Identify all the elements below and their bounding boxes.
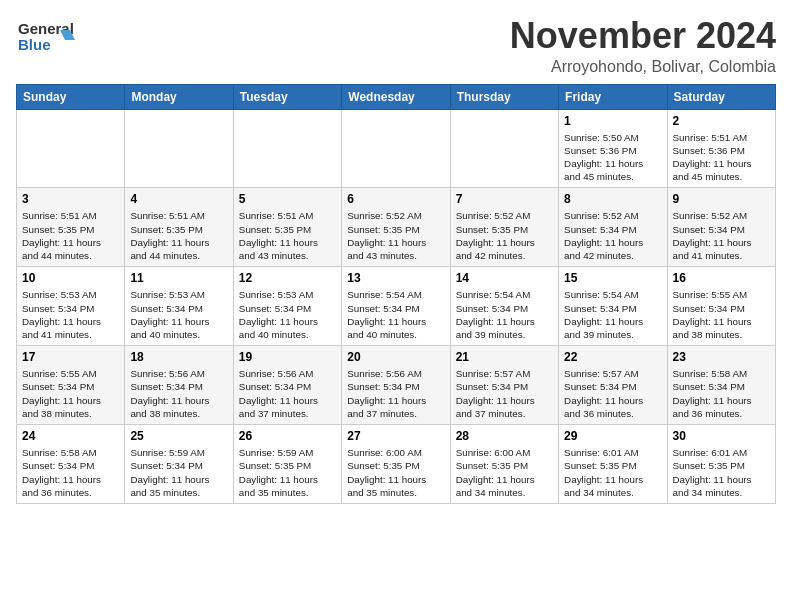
day-info: Sunrise: 5:54 AMSunset: 5:34 PMDaylight:… — [456, 288, 553, 341]
calendar-table: SundayMondayTuesdayWednesdayThursdayFrid… — [16, 84, 776, 504]
day-number: 29 — [564, 429, 661, 443]
day-info: Sunrise: 5:52 AMSunset: 5:34 PMDaylight:… — [673, 209, 770, 262]
day-info: Sunrise: 5:52 AMSunset: 5:35 PMDaylight:… — [347, 209, 444, 262]
weekday-header-friday: Friday — [559, 84, 667, 109]
calendar-cell: 18Sunrise: 5:56 AMSunset: 5:34 PMDayligh… — [125, 346, 233, 425]
calendar-cell: 26Sunrise: 5:59 AMSunset: 5:35 PMDayligh… — [233, 425, 341, 504]
day-number: 23 — [673, 350, 770, 364]
day-info: Sunrise: 5:51 AMSunset: 5:35 PMDaylight:… — [239, 209, 336, 262]
calendar-cell: 17Sunrise: 5:55 AMSunset: 5:34 PMDayligh… — [17, 346, 125, 425]
day-number: 16 — [673, 271, 770, 285]
logo: General Blue — [16, 16, 76, 64]
day-number: 4 — [130, 192, 227, 206]
day-info: Sunrise: 5:55 AMSunset: 5:34 PMDaylight:… — [673, 288, 770, 341]
day-info: Sunrise: 5:59 AMSunset: 5:35 PMDaylight:… — [239, 446, 336, 499]
weekday-header-monday: Monday — [125, 84, 233, 109]
day-info: Sunrise: 5:51 AMSunset: 5:35 PMDaylight:… — [130, 209, 227, 262]
day-number: 11 — [130, 271, 227, 285]
weekday-header-tuesday: Tuesday — [233, 84, 341, 109]
day-number: 22 — [564, 350, 661, 364]
day-number: 10 — [22, 271, 119, 285]
day-info: Sunrise: 5:53 AMSunset: 5:34 PMDaylight:… — [22, 288, 119, 341]
calendar-cell: 28Sunrise: 6:00 AMSunset: 5:35 PMDayligh… — [450, 425, 558, 504]
day-number: 12 — [239, 271, 336, 285]
calendar-cell: 30Sunrise: 6:01 AMSunset: 5:35 PMDayligh… — [667, 425, 775, 504]
day-number: 20 — [347, 350, 444, 364]
day-number: 24 — [22, 429, 119, 443]
calendar-week-5: 24Sunrise: 5:58 AMSunset: 5:34 PMDayligh… — [17, 425, 776, 504]
day-number: 3 — [22, 192, 119, 206]
day-info: Sunrise: 6:01 AMSunset: 5:35 PMDaylight:… — [564, 446, 661, 499]
day-number: 19 — [239, 350, 336, 364]
calendar-cell — [125, 109, 233, 188]
day-info: Sunrise: 6:00 AMSunset: 5:35 PMDaylight:… — [347, 446, 444, 499]
calendar-cell: 3Sunrise: 5:51 AMSunset: 5:35 PMDaylight… — [17, 188, 125, 267]
day-info: Sunrise: 5:57 AMSunset: 5:34 PMDaylight:… — [456, 367, 553, 420]
day-info: Sunrise: 5:51 AMSunset: 5:35 PMDaylight:… — [22, 209, 119, 262]
day-number: 5 — [239, 192, 336, 206]
calendar-cell: 15Sunrise: 5:54 AMSunset: 5:34 PMDayligh… — [559, 267, 667, 346]
day-info: Sunrise: 5:57 AMSunset: 5:34 PMDaylight:… — [564, 367, 661, 420]
calendar-cell: 10Sunrise: 5:53 AMSunset: 5:34 PMDayligh… — [17, 267, 125, 346]
calendar-body: 1Sunrise: 5:50 AMSunset: 5:36 PMDaylight… — [17, 109, 776, 503]
calendar-cell — [17, 109, 125, 188]
day-number: 13 — [347, 271, 444, 285]
calendar-cell — [233, 109, 341, 188]
calendar-cell: 16Sunrise: 5:55 AMSunset: 5:34 PMDayligh… — [667, 267, 775, 346]
calendar-cell: 27Sunrise: 6:00 AMSunset: 5:35 PMDayligh… — [342, 425, 450, 504]
day-info: Sunrise: 5:56 AMSunset: 5:34 PMDaylight:… — [347, 367, 444, 420]
day-number: 6 — [347, 192, 444, 206]
day-info: Sunrise: 5:53 AMSunset: 5:34 PMDaylight:… — [130, 288, 227, 341]
title-block: November 2024 Arroyohondo, Bolivar, Colo… — [510, 16, 776, 76]
day-info: Sunrise: 5:56 AMSunset: 5:34 PMDaylight:… — [130, 367, 227, 420]
day-number: 17 — [22, 350, 119, 364]
calendar-week-3: 10Sunrise: 5:53 AMSunset: 5:34 PMDayligh… — [17, 267, 776, 346]
calendar-cell: 5Sunrise: 5:51 AMSunset: 5:35 PMDaylight… — [233, 188, 341, 267]
calendar-cell: 21Sunrise: 5:57 AMSunset: 5:34 PMDayligh… — [450, 346, 558, 425]
calendar-cell: 22Sunrise: 5:57 AMSunset: 5:34 PMDayligh… — [559, 346, 667, 425]
day-number: 8 — [564, 192, 661, 206]
logo-icon: General Blue — [16, 16, 76, 60]
calendar-cell: 2Sunrise: 5:51 AMSunset: 5:36 PMDaylight… — [667, 109, 775, 188]
day-number: 7 — [456, 192, 553, 206]
calendar-cell: 14Sunrise: 5:54 AMSunset: 5:34 PMDayligh… — [450, 267, 558, 346]
day-info: Sunrise: 6:01 AMSunset: 5:35 PMDaylight:… — [673, 446, 770, 499]
svg-text:Blue: Blue — [18, 36, 51, 53]
calendar-cell — [342, 109, 450, 188]
calendar-week-2: 3Sunrise: 5:51 AMSunset: 5:35 PMDaylight… — [17, 188, 776, 267]
month-title: November 2024 — [510, 16, 776, 56]
day-number: 25 — [130, 429, 227, 443]
calendar-cell: 6Sunrise: 5:52 AMSunset: 5:35 PMDaylight… — [342, 188, 450, 267]
calendar-cell: 12Sunrise: 5:53 AMSunset: 5:34 PMDayligh… — [233, 267, 341, 346]
day-number: 28 — [456, 429, 553, 443]
day-info: Sunrise: 5:52 AMSunset: 5:35 PMDaylight:… — [456, 209, 553, 262]
day-number: 21 — [456, 350, 553, 364]
day-number: 30 — [673, 429, 770, 443]
day-info: Sunrise: 5:58 AMSunset: 5:34 PMDaylight:… — [22, 446, 119, 499]
page-header: General Blue November 2024 Arroyohondo, … — [16, 16, 776, 76]
calendar-week-4: 17Sunrise: 5:55 AMSunset: 5:34 PMDayligh… — [17, 346, 776, 425]
calendar-header-row: SundayMondayTuesdayWednesdayThursdayFrid… — [17, 84, 776, 109]
day-info: Sunrise: 6:00 AMSunset: 5:35 PMDaylight:… — [456, 446, 553, 499]
day-info: Sunrise: 5:56 AMSunset: 5:34 PMDaylight:… — [239, 367, 336, 420]
calendar-cell: 29Sunrise: 6:01 AMSunset: 5:35 PMDayligh… — [559, 425, 667, 504]
calendar-cell — [450, 109, 558, 188]
weekday-header-thursday: Thursday — [450, 84, 558, 109]
calendar-cell: 4Sunrise: 5:51 AMSunset: 5:35 PMDaylight… — [125, 188, 233, 267]
calendar-cell: 1Sunrise: 5:50 AMSunset: 5:36 PMDaylight… — [559, 109, 667, 188]
weekday-header-sunday: Sunday — [17, 84, 125, 109]
day-number: 18 — [130, 350, 227, 364]
day-info: Sunrise: 5:51 AMSunset: 5:36 PMDaylight:… — [673, 131, 770, 184]
calendar-cell: 20Sunrise: 5:56 AMSunset: 5:34 PMDayligh… — [342, 346, 450, 425]
weekday-header-saturday: Saturday — [667, 84, 775, 109]
calendar-cell: 23Sunrise: 5:58 AMSunset: 5:34 PMDayligh… — [667, 346, 775, 425]
calendar-cell: 13Sunrise: 5:54 AMSunset: 5:34 PMDayligh… — [342, 267, 450, 346]
day-info: Sunrise: 5:55 AMSunset: 5:34 PMDaylight:… — [22, 367, 119, 420]
calendar-cell: 24Sunrise: 5:58 AMSunset: 5:34 PMDayligh… — [17, 425, 125, 504]
day-number: 26 — [239, 429, 336, 443]
calendar-cell: 9Sunrise: 5:52 AMSunset: 5:34 PMDaylight… — [667, 188, 775, 267]
day-number: 27 — [347, 429, 444, 443]
day-number: 2 — [673, 114, 770, 128]
calendar-cell: 11Sunrise: 5:53 AMSunset: 5:34 PMDayligh… — [125, 267, 233, 346]
weekday-header-wednesday: Wednesday — [342, 84, 450, 109]
